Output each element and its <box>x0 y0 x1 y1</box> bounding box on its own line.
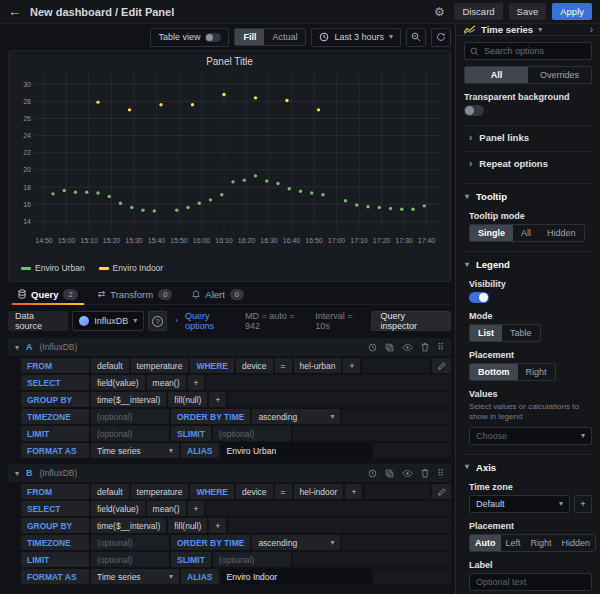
repeat-options-accordion[interactable]: › Repeat options <box>464 151 592 174</box>
add-part-button[interactable]: + <box>188 501 205 516</box>
hide-query-icon[interactable] <box>402 470 413 477</box>
keyword-order-by-time[interactable]: ORDER BY TIME <box>171 535 250 550</box>
back-arrow-icon[interactable]: ← <box>8 5 21 18</box>
tab-all[interactable]: All <box>465 67 528 83</box>
tab-transform[interactable]: ⇄ Transform 0 <box>88 284 183 304</box>
optional-input[interactable]: (optional) <box>91 426 169 441</box>
add-part-button[interactable]: + <box>209 392 226 407</box>
time-range-picker[interactable]: Last 3 hours ▾ <box>311 28 401 47</box>
optional-input[interactable]: (optional) <box>91 535 169 550</box>
axis-section-header[interactable]: ▾ Axis <box>464 454 592 474</box>
hide-query-icon[interactable] <box>402 344 413 351</box>
add-part-button[interactable]: + <box>345 484 362 499</box>
keyword-slimit[interactable]: SLIMIT <box>171 552 211 567</box>
keyword-slimit[interactable]: SLIMIT <box>171 426 211 441</box>
value-mean[interactable]: mean() <box>147 501 186 516</box>
tab-alert[interactable]: Alert 0 <box>182 284 254 304</box>
legend-visibility-toggle[interactable] <box>469 292 489 303</box>
option-right[interactable]: Right <box>518 364 555 380</box>
option-right[interactable]: Right <box>526 535 557 551</box>
value-part[interactable]: = <box>275 484 292 499</box>
select-time-series[interactable]: Time series▾ <box>91 569 179 584</box>
tooltip-section-header[interactable]: ▾ Tooltip <box>464 183 592 203</box>
option-fill[interactable]: Fill <box>235 29 264 45</box>
option-all[interactable]: All <box>513 225 539 241</box>
value-part[interactable]: = <box>275 358 292 373</box>
query-history-icon[interactable] <box>368 343 377 352</box>
delete-query-icon[interactable] <box>421 468 429 478</box>
option-actual[interactable]: Actual <box>264 29 305 45</box>
chevron-right-icon[interactable]: › <box>590 24 593 35</box>
option-hidden[interactable]: Hidden <box>539 225 584 241</box>
refresh-button[interactable] <box>431 28 451 47</box>
optional-input[interactable]: (optional) <box>91 409 169 424</box>
legend-item-enviro-urban[interactable]: Enviro Urban <box>21 263 85 273</box>
query-header[interactable]: ▾B(InfluxDB)⠿ <box>8 464 451 482</box>
alias-input[interactable]: Enviro Urban <box>221 443 371 458</box>
value-time-interval[interactable]: time($__interval) <box>91 392 166 407</box>
apply-button[interactable]: Apply <box>552 3 592 20</box>
add-part-button[interactable]: + <box>188 375 205 390</box>
save-button[interactable]: Save <box>509 3 547 20</box>
search-options-input[interactable]: Search options <box>464 42 592 60</box>
value-device[interactable]: device <box>236 358 273 373</box>
keyword-order-by-time[interactable]: ORDER BY TIME <box>171 409 250 424</box>
value-mean[interactable]: mean() <box>147 375 186 390</box>
keyword-where[interactable]: WHERE <box>190 358 234 373</box>
tab-overrides[interactable]: Overrides <box>528 67 591 83</box>
select-time-series[interactable]: Time series▾ <box>91 443 179 458</box>
add-timezone-button[interactable]: + <box>574 495 592 513</box>
duplicate-query-icon[interactable] <box>385 343 394 352</box>
value-time-interval[interactable]: time($__interval) <box>91 518 166 533</box>
value-fill-null[interactable]: fill(null) <box>168 518 207 533</box>
optional-input[interactable]: (optional) <box>213 426 291 441</box>
discard-button[interactable]: Discard <box>454 3 502 20</box>
alias-input[interactable]: Enviro Indoor <box>221 569 371 584</box>
table-view-toggle[interactable] <box>205 33 221 42</box>
query-inspector-button[interactable]: Query inspector <box>371 311 451 331</box>
drag-handle-icon[interactable]: ⠿ <box>437 469 444 478</box>
duplicate-query-icon[interactable] <box>385 469 394 478</box>
panel-title[interactable]: Panel Title <box>13 54 446 69</box>
legend-values-select[interactable]: Choose ▾ <box>469 427 592 445</box>
optional-input[interactable]: (optional) <box>213 552 291 567</box>
value-temperature[interactable]: temperature <box>131 358 189 373</box>
datasource-help-button[interactable]: ? <box>148 311 167 331</box>
query-header[interactable]: ▾A(InfluxDB)⠿ <box>8 338 451 356</box>
keyword-where[interactable]: WHERE <box>190 484 234 499</box>
option-hidden[interactable]: Hidden <box>557 535 596 551</box>
keyword-alias[interactable]: ALIAS <box>181 443 219 458</box>
panel-links-accordion[interactable]: › Panel links <box>464 125 592 148</box>
zoom-out-button[interactable] <box>406 28 426 47</box>
add-part-button[interactable]: + <box>343 358 360 373</box>
drag-handle-icon[interactable]: ⠿ <box>437 343 444 352</box>
legend-item-enviro-indoor[interactable]: Enviro Indoor <box>99 263 164 273</box>
select-ascending[interactable]: ascending▾ <box>252 409 340 424</box>
edit-query-pencil-icon[interactable] <box>432 358 451 373</box>
value-default[interactable]: default <box>91 358 129 373</box>
timezone-select[interactable]: Default ▾ <box>469 495 570 513</box>
gear-icon[interactable]: ⚙ <box>430 5 448 19</box>
value-temperature[interactable]: temperature <box>131 484 189 499</box>
value-fill-null[interactable]: fill(null) <box>168 392 207 407</box>
option-list[interactable]: List <box>470 325 502 341</box>
select-ascending[interactable]: ascending▾ <box>252 535 340 550</box>
tab-query[interactable]: Query 2 <box>8 284 88 304</box>
value-hel-urban[interactable]: hel-urban <box>294 358 342 373</box>
query-options-link[interactable]: Query options <box>185 311 238 331</box>
value-field-value[interactable]: field(value) <box>91 501 145 516</box>
legend-section-header[interactable]: ▾ Legend <box>464 251 592 271</box>
optional-input[interactable]: (optional) <box>91 552 169 567</box>
transparent-background-toggle[interactable] <box>464 105 484 116</box>
option-single[interactable]: Single <box>470 225 513 241</box>
datasource-select[interactable]: InfluxDB ▾ <box>72 311 144 331</box>
axis-label-input[interactable]: Optional text <box>469 573 592 591</box>
edit-query-pencil-icon[interactable] <box>432 484 451 499</box>
option-left[interactable]: Left <box>501 535 526 551</box>
option-table[interactable]: Table <box>502 325 540 341</box>
option-bottom[interactable]: Bottom <box>470 364 518 380</box>
query-history-icon[interactable] <box>368 469 377 478</box>
value-hel-indoor[interactable]: hel-indoor <box>294 484 344 499</box>
timeseries-chart[interactable]: 14161820222426283014:5015:0015:1015:2015… <box>13 69 446 257</box>
value-default[interactable]: default <box>91 484 129 499</box>
